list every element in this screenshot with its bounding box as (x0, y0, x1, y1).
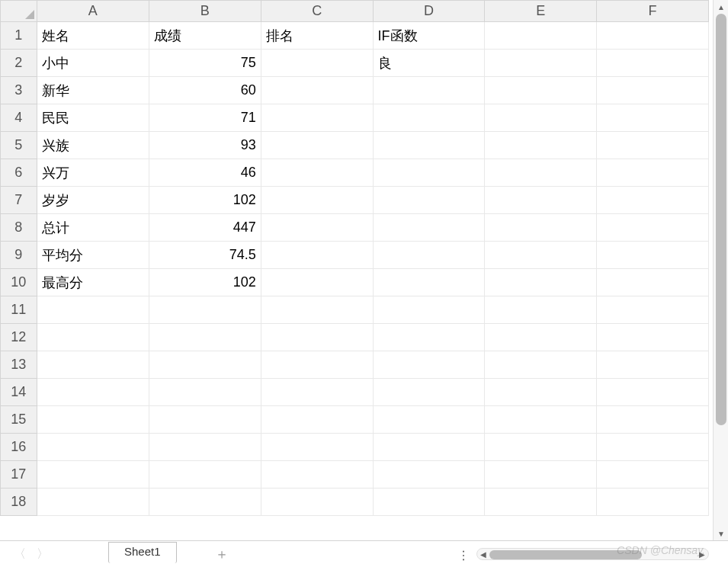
cell-F13[interactable] (597, 351, 709, 379)
cell-D2[interactable]: 良 (373, 50, 485, 77)
row-header[interactable]: 17 (1, 461, 37, 489)
cell-C1[interactable]: 排名 (261, 22, 373, 50)
cell-B16[interactable] (149, 434, 261, 461)
cell-A15[interactable] (37, 406, 149, 434)
scroll-down-icon[interactable]: ▼ (714, 527, 728, 540)
scroll-left-icon[interactable]: ◀ (477, 550, 489, 559)
cell-E16[interactable] (485, 434, 597, 461)
cell-F1[interactable] (597, 22, 709, 50)
cell-B15[interactable] (149, 406, 261, 434)
cell-D16[interactable] (373, 434, 485, 461)
row-header[interactable]: 14 (1, 379, 37, 406)
cell-D11[interactable] (373, 296, 485, 324)
cell-E9[interactable] (485, 242, 597, 269)
cell-A8[interactable]: 总计 (37, 214, 149, 242)
cell-A3[interactable]: 新华 (37, 77, 149, 104)
cell-C18[interactable] (261, 489, 373, 516)
cell-C8[interactable] (261, 214, 373, 242)
cell-B14[interactable] (149, 379, 261, 406)
cell-D5[interactable] (373, 132, 485, 159)
row-header[interactable]: 15 (1, 406, 37, 434)
cell-A2[interactable]: 小中 (37, 50, 149, 77)
cell-B8[interactable]: 447 (149, 214, 261, 242)
row-header[interactable]: 12 (1, 324, 37, 351)
cell-B12[interactable] (149, 324, 261, 351)
cell-A9[interactable]: 平均分 (37, 242, 149, 269)
cell-A17[interactable] (37, 461, 149, 489)
cell-E14[interactable] (485, 379, 597, 406)
cell-C17[interactable] (261, 461, 373, 489)
cell-E4[interactable] (485, 104, 597, 132)
cell-F10[interactable] (597, 269, 709, 296)
sheet-tab-active[interactable]: Sheet1 (108, 542, 177, 563)
cell-C9[interactable] (261, 242, 373, 269)
cell-D18[interactable] (373, 489, 485, 516)
cell-F18[interactable] (597, 489, 709, 516)
cell-C13[interactable] (261, 351, 373, 379)
row-header[interactable]: 3 (1, 77, 37, 104)
tab-options-icon[interactable]: ⋯ (457, 541, 471, 567)
cell-C5[interactable] (261, 132, 373, 159)
col-header-B[interactable]: B (149, 1, 261, 22)
cell-B6[interactable]: 46 (149, 159, 261, 187)
cell-C4[interactable] (261, 104, 373, 132)
cell-F12[interactable] (597, 324, 709, 351)
spreadsheet-grid[interactable]: A B C D E F 1姓名成绩排名IF函数2小中75良3新华604民民715… (0, 0, 709, 540)
cell-F6[interactable] (597, 159, 709, 187)
cell-D17[interactable] (373, 461, 485, 489)
cell-C16[interactable] (261, 434, 373, 461)
scroll-up-icon[interactable]: ▲ (714, 0, 728, 14)
cell-C14[interactable] (261, 379, 373, 406)
cell-B10[interactable]: 102 (149, 269, 261, 296)
cell-A18[interactable] (37, 489, 149, 516)
cell-F8[interactable] (597, 214, 709, 242)
col-header-C[interactable]: C (261, 1, 373, 22)
cell-C3[interactable] (261, 77, 373, 104)
cell-F3[interactable] (597, 77, 709, 104)
row-header[interactable]: 8 (1, 214, 37, 242)
cell-F5[interactable] (597, 132, 709, 159)
row-header[interactable]: 1 (1, 22, 37, 50)
cell-F7[interactable] (597, 187, 709, 214)
cell-D8[interactable] (373, 214, 485, 242)
cell-A6[interactable]: 兴万 (37, 159, 149, 187)
cell-C11[interactable] (261, 296, 373, 324)
cell-B2[interactable]: 75 (149, 50, 261, 77)
cell-C2[interactable] (261, 50, 373, 77)
add-sheet-button[interactable]: ＋ (215, 545, 229, 563)
cell-F11[interactable] (597, 296, 709, 324)
scroll-right-icon[interactable]: ▶ (696, 550, 708, 559)
cell-A12[interactable] (37, 324, 149, 351)
row-header[interactable]: 16 (1, 434, 37, 461)
cell-B13[interactable] (149, 351, 261, 379)
cell-B3[interactable]: 60 (149, 77, 261, 104)
row-header[interactable]: 7 (1, 187, 37, 214)
cell-E2[interactable] (485, 50, 597, 77)
cell-F14[interactable] (597, 379, 709, 406)
cell-E12[interactable] (485, 324, 597, 351)
cell-E3[interactable] (485, 77, 597, 104)
vertical-scroll-thumb[interactable] (716, 14, 726, 425)
cell-F16[interactable] (597, 434, 709, 461)
cell-E5[interactable] (485, 132, 597, 159)
col-header-E[interactable]: E (485, 1, 597, 22)
cell-F15[interactable] (597, 406, 709, 434)
cell-A5[interactable]: 兴族 (37, 132, 149, 159)
vertical-scrollbar[interactable]: ▲ ▼ (713, 0, 728, 540)
cell-D10[interactable] (373, 269, 485, 296)
cell-E11[interactable] (485, 296, 597, 324)
cell-C10[interactable] (261, 269, 373, 296)
cell-E10[interactable] (485, 269, 597, 296)
row-header[interactable]: 2 (1, 50, 37, 77)
cell-D4[interactable] (373, 104, 485, 132)
row-header[interactable]: 6 (1, 159, 37, 187)
cell-E13[interactable] (485, 351, 597, 379)
cell-D15[interactable] (373, 406, 485, 434)
col-header-D[interactable]: D (373, 1, 485, 22)
cell-D9[interactable] (373, 242, 485, 269)
cell-A16[interactable] (37, 434, 149, 461)
cell-B11[interactable] (149, 296, 261, 324)
cell-D13[interactable] (373, 351, 485, 379)
cell-E1[interactable] (485, 22, 597, 50)
cell-E6[interactable] (485, 159, 597, 187)
